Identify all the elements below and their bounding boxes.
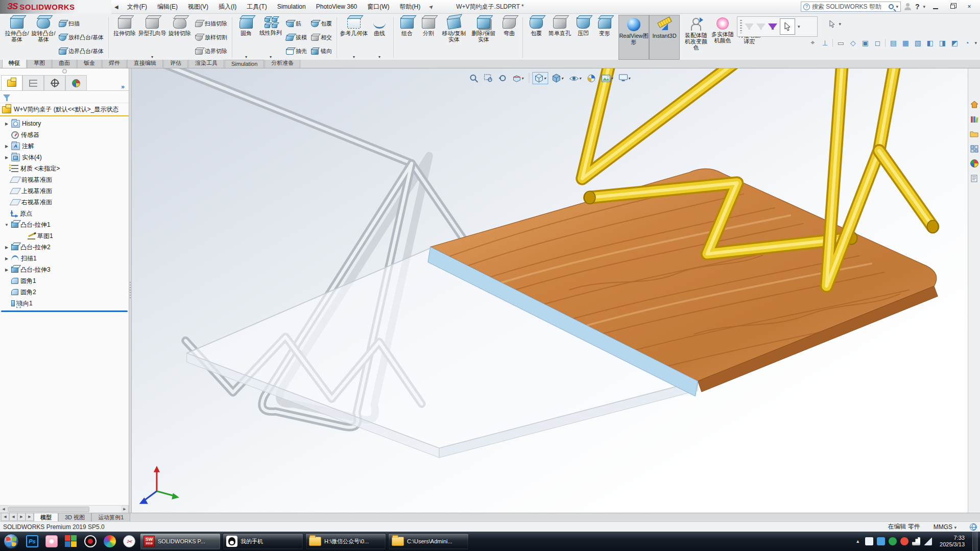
caret-icon[interactable]: ▾ — [561, 76, 563, 81]
recorder-launcher[interactable] — [82, 534, 99, 549]
scroll-right-icon[interactable]: ▶ — [121, 506, 129, 513]
display-style-icon[interactable]: ▾ — [549, 72, 565, 84]
tree-item-boss-extrude3[interactable]: ▶凸台-拉伸3 — [0, 264, 129, 275]
edit-appearance-icon[interactable] — [585, 73, 597, 84]
expand-arrow-icon[interactable]: ▶ — [4, 122, 9, 126]
zoom-to-area-icon[interactable] — [482, 73, 494, 84]
show-desktop-button[interactable] — [972, 532, 978, 551]
taskbar-folder1-button[interactable]: H:\微信公众号\0... — [305, 533, 386, 549]
tree-item-sensors[interactable]: 传感器 — [0, 129, 129, 140]
dropdown-caret-icon[interactable]: ▾ — [270, 55, 272, 59]
tab-nav-prev-icon[interactable]: ◀ — [9, 513, 17, 521]
status-globe-icon[interactable] — [970, 523, 977, 531]
wrap-button[interactable]: 包覆 — [309, 17, 334, 31]
rollback-bar[interactable] — [1, 310, 128, 312]
start-button[interactable] — [1, 533, 21, 550]
rib-button[interactable]: 筋 — [284, 17, 309, 31]
quick-tool-icon-12[interactable]: ◩ — [950, 39, 959, 47]
intersect-button[interactable]: 相交 — [309, 31, 334, 44]
menu-edit[interactable]: 编辑(E) — [153, 1, 182, 13]
tree-item-boss-extrude2[interactable]: ▶凸台-拉伸2 — [0, 242, 129, 253]
solidworks-resources-icon[interactable] — [969, 99, 979, 109]
quick-tool-icon-8[interactable]: ▦ — [901, 39, 910, 47]
previous-view-icon[interactable] — [496, 73, 509, 84]
cursor-caret-icon[interactable]: ▾ — [798, 24, 800, 29]
graphics-viewport[interactable]: ▾ ▾ ▾ ▾ ▾ ▾ — [132, 68, 968, 513]
tree-filter-icon[interactable] — [3, 94, 10, 99]
tab-simulation[interactable]: Simulation — [225, 60, 264, 68]
move-copy-body-button[interactable]: 移动/复制实体 — [439, 15, 469, 60]
delete-keep-body-button[interactable]: 删除/保留实体 — [469, 15, 498, 60]
menu-view[interactable]: 视图(V) — [183, 1, 213, 13]
minimize-button[interactable] — [929, 2, 942, 11]
tab-nav-next-icon[interactable]: ▶ — [17, 513, 26, 521]
linear-pattern-button[interactable]: 线性阵列▾ — [257, 15, 284, 60]
tree-item-origin[interactable]: 原点 — [0, 208, 129, 219]
expand-arrow-icon[interactable]: ▶ — [4, 155, 9, 160]
tree-item-mirror1[interactable]: 镜向1 — [0, 298, 129, 309]
swept-boss-button[interactable]: 扫描 — [57, 17, 106, 31]
expand-arrow-icon[interactable]: ▼ — [4, 223, 9, 227]
quick-tool-icon-3[interactable]: ▭ — [836, 39, 845, 47]
tray-expand-icon[interactable]: ▲ — [854, 539, 862, 544]
tray-security-icon[interactable] — [889, 537, 897, 545]
quick-tool-icon-6[interactable]: ◻ — [873, 39, 882, 47]
tab-configurationmanager[interactable] — [44, 75, 65, 90]
caret-icon[interactable]: ▾ — [579, 76, 581, 81]
photoshop-launcher[interactable]: Ps — [23, 534, 41, 549]
login-user-icon[interactable] — [904, 3, 912, 10]
tree-filter-row[interactable] — [0, 91, 129, 103]
tab-displaymanager[interactable] — [65, 75, 87, 90]
status-units[interactable]: MMGS ▾ — [934, 523, 957, 531]
extruded-boss-button[interactable]: 拉伸凸台/基体 — [4, 15, 30, 60]
tree-item-top-plane[interactable]: 上视基准面 — [0, 185, 129, 197]
panel-overflow-chevron[interactable]: » — [118, 83, 128, 90]
menu-photoview[interactable]: PhotoView 360 — [312, 1, 362, 12]
expand-arrow-icon[interactable]: ▶ — [4, 245, 9, 250]
caret-icon[interactable]: ▾ — [628, 76, 630, 81]
draft-button[interactable]: 拔模 — [284, 31, 309, 44]
zoom-to-fit-icon[interactable] — [467, 73, 480, 84]
expand-arrow-icon[interactable]: ▶ — [4, 144, 9, 149]
curves-button[interactable]: 曲线▾ — [368, 15, 391, 60]
apply-scene-icon[interactable]: ▾ — [599, 73, 615, 84]
combine-button[interactable]: 组合 — [396, 15, 418, 60]
tab-propertymanager[interactable] — [22, 75, 44, 90]
tree-item-boss-extrude1[interactable]: ▼凸台-拉伸1 — [0, 219, 129, 230]
quick-tool-icon-4[interactable]: ◇ — [848, 39, 857, 47]
caret-icon[interactable]: ▾ — [544, 76, 546, 81]
section-view-icon[interactable]: ▾ — [510, 73, 525, 84]
quick-tool-icon-1[interactable]: ⌖ — [808, 38, 817, 47]
expand-arrow-icon[interactable]: ▶ — [4, 256, 9, 261]
caret-icon[interactable]: ▾ — [521, 76, 523, 81]
quick-tool-icon-13[interactable]: ◔ — [962, 39, 971, 47]
restore-button[interactable] — [946, 2, 959, 11]
assembly-random-color-button[interactable]: 装配体随机改变颜色 — [683, 15, 709, 60]
menu-insert[interactable]: 插入(I) — [214, 1, 241, 13]
menu-file[interactable]: 文件(F) — [123, 1, 152, 13]
appearances-scenes-icon[interactable] — [969, 158, 979, 169]
snip-launcher[interactable]: ✂ — [121, 534, 138, 549]
menu-pin-icon[interactable]: ➤ — [427, 3, 436, 11]
hole-wizard-button[interactable]: 异型孔向导▾ — [138, 15, 166, 60]
tray-volume-icon[interactable] — [912, 537, 920, 545]
reference-geometry-button[interactable]: 参考几何体▾ — [340, 15, 368, 60]
magnify-cursor-icon[interactable] — [829, 20, 837, 28]
color-wheel-launcher[interactable] — [101, 534, 118, 549]
expand-arrow-icon[interactable]: ▶ — [4, 268, 9, 272]
help-caret-icon[interactable]: ▾ — [923, 4, 925, 9]
menu-collapse-icon[interactable]: ◀ — [114, 4, 118, 10]
lofted-cut-button[interactable]: 放样切割 — [193, 31, 229, 44]
dropdown-caret-icon[interactable]: ▾ — [378, 55, 380, 59]
indent-button[interactable]: 压凹 — [572, 15, 594, 60]
tray-alert-icon[interactable] — [900, 537, 909, 545]
filter-edges-icon[interactable] — [756, 23, 766, 30]
tab-nav-last-icon[interactable]: ▶ — [26, 513, 34, 521]
boundary-cut-button[interactable]: 边界切除 — [193, 44, 229, 58]
tree-item-annotations[interactable]: ▶A注解 — [0, 140, 129, 152]
dropdown-caret-icon[interactable]: ▾ — [353, 55, 355, 59]
tab-feature-tree[interactable] — [1, 75, 22, 90]
hide-show-items-icon[interactable]: ▾ — [567, 73, 583, 84]
quick-tool-icon-5[interactable]: ▣ — [861, 39, 870, 47]
tray-document-icon[interactable] — [865, 537, 873, 545]
